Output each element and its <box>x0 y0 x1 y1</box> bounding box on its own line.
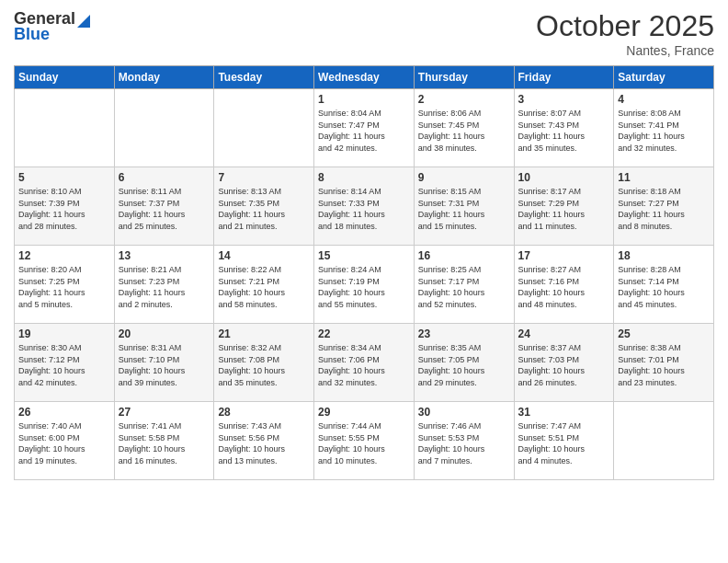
day-info: Sunrise: 8:10 AM Sunset: 7:39 PM Dayligh… <box>18 186 110 232</box>
calendar-cell: 27Sunrise: 7:41 AM Sunset: 5:58 PM Dayli… <box>114 402 214 480</box>
calendar-cell: 8Sunrise: 8:14 AM Sunset: 7:33 PM Daylig… <box>314 167 415 246</box>
calendar-cell: 19Sunrise: 8:30 AM Sunset: 7:12 PM Dayli… <box>15 324 115 402</box>
day-number: 22 <box>318 327 410 340</box>
calendar-cell <box>15 89 115 167</box>
day-info: Sunrise: 8:30 AM Sunset: 7:12 PM Dayligh… <box>18 342 110 388</box>
day-number: 4 <box>618 93 710 106</box>
calendar-cell <box>214 89 314 167</box>
calendar-cell: 22Sunrise: 8:34 AM Sunset: 7:06 PM Dayli… <box>314 324 415 402</box>
day-info: Sunrise: 8:20 AM Sunset: 7:25 PM Dayligh… <box>18 264 110 310</box>
day-number: 16 <box>418 249 510 262</box>
day-number: 9 <box>418 171 510 184</box>
day-number: 30 <box>418 406 510 419</box>
calendar-header-row: SundayMondayTuesdayWednesdayThursdayFrid… <box>15 66 714 89</box>
day-info: Sunrise: 8:31 AM Sunset: 7:10 PM Dayligh… <box>119 342 210 388</box>
day-info: Sunrise: 8:04 AM Sunset: 7:47 PM Dayligh… <box>318 108 410 154</box>
svg-marker-0 <box>77 15 90 28</box>
day-info: Sunrise: 8:08 AM Sunset: 7:41 PM Dayligh… <box>618 108 710 154</box>
calendar-cell <box>614 402 714 480</box>
calendar-cell: 30Sunrise: 7:46 AM Sunset: 5:53 PM Dayli… <box>414 402 514 480</box>
day-info: Sunrise: 8:34 AM Sunset: 7:06 PM Dayligh… <box>318 342 410 388</box>
calendar-cell: 9Sunrise: 8:15 AM Sunset: 7:31 PM Daylig… <box>414 167 514 246</box>
calendar-week-row: 19Sunrise: 8:30 AM Sunset: 7:12 PM Dayli… <box>15 324 714 402</box>
title-block: October 2025 Nantes, France <box>536 9 714 58</box>
day-info: Sunrise: 7:40 AM Sunset: 6:00 PM Dayligh… <box>18 420 110 466</box>
day-info: Sunrise: 8:11 AM Sunset: 7:37 PM Dayligh… <box>119 186 210 232</box>
page-header: General Blue October 2025 Nantes, France <box>14 9 714 58</box>
calendar-cell: 2Sunrise: 8:06 AM Sunset: 7:45 PM Daylig… <box>414 89 514 167</box>
logo-triangle-icon <box>77 13 90 28</box>
day-info: Sunrise: 7:47 AM Sunset: 5:51 PM Dayligh… <box>518 420 610 466</box>
day-info: Sunrise: 8:37 AM Sunset: 7:03 PM Dayligh… <box>518 342 610 388</box>
calendar-cell: 31Sunrise: 7:47 AM Sunset: 5:51 PM Dayli… <box>514 402 614 480</box>
calendar-cell: 7Sunrise: 8:13 AM Sunset: 7:35 PM Daylig… <box>214 167 314 246</box>
day-number: 19 <box>18 327 110 340</box>
location: Nantes, France <box>536 43 714 58</box>
day-info: Sunrise: 8:07 AM Sunset: 7:43 PM Dayligh… <box>518 108 610 154</box>
logo: General Blue <box>14 9 90 44</box>
day-number: 10 <box>518 171 610 184</box>
day-number: 18 <box>618 249 710 262</box>
calendar-cell: 1Sunrise: 8:04 AM Sunset: 7:47 PM Daylig… <box>314 89 415 167</box>
calendar-cell: 11Sunrise: 8:18 AM Sunset: 7:27 PM Dayli… <box>614 167 714 246</box>
calendar-cell: 28Sunrise: 7:43 AM Sunset: 5:56 PM Dayli… <box>214 402 314 480</box>
day-number: 6 <box>119 171 210 184</box>
day-info: Sunrise: 8:22 AM Sunset: 7:21 PM Dayligh… <box>218 264 310 310</box>
day-number: 23 <box>418 327 510 340</box>
day-number: 1 <box>318 93 410 106</box>
calendar-cell: 23Sunrise: 8:35 AM Sunset: 7:05 PM Dayli… <box>414 324 514 402</box>
day-info: Sunrise: 8:28 AM Sunset: 7:14 PM Dayligh… <box>618 264 710 310</box>
day-number: 21 <box>218 327 310 340</box>
day-info: Sunrise: 8:21 AM Sunset: 7:23 PM Dayligh… <box>119 264 210 310</box>
day-number: 20 <box>119 327 210 340</box>
calendar-cell: 18Sunrise: 8:28 AM Sunset: 7:14 PM Dayli… <box>614 246 714 324</box>
day-number: 11 <box>618 171 710 184</box>
day-info: Sunrise: 8:15 AM Sunset: 7:31 PM Dayligh… <box>418 186 510 232</box>
day-header-monday: Monday <box>114 66 214 89</box>
day-number: 12 <box>18 249 110 262</box>
day-number: 27 <box>119 406 210 419</box>
day-header-wednesday: Wednesday <box>314 66 415 89</box>
calendar-cell: 10Sunrise: 8:17 AM Sunset: 7:29 PM Dayli… <box>514 167 614 246</box>
day-info: Sunrise: 7:41 AM Sunset: 5:58 PM Dayligh… <box>119 420 210 466</box>
day-info: Sunrise: 7:43 AM Sunset: 5:56 PM Dayligh… <box>218 420 310 466</box>
calendar-cell: 29Sunrise: 7:44 AM Sunset: 5:55 PM Dayli… <box>314 402 415 480</box>
calendar-cell: 26Sunrise: 7:40 AM Sunset: 6:00 PM Dayli… <box>15 402 115 480</box>
calendar-week-row: 26Sunrise: 7:40 AM Sunset: 6:00 PM Dayli… <box>15 402 714 480</box>
calendar-cell: 5Sunrise: 8:10 AM Sunset: 7:39 PM Daylig… <box>15 167 115 246</box>
calendar-cell: 13Sunrise: 8:21 AM Sunset: 7:23 PM Dayli… <box>114 246 214 324</box>
calendar-cell: 24Sunrise: 8:37 AM Sunset: 7:03 PM Dayli… <box>514 324 614 402</box>
day-number: 17 <box>518 249 610 262</box>
calendar-table: SundayMondayTuesdayWednesdayThursdayFrid… <box>14 65 714 480</box>
day-number: 28 <box>218 406 310 419</box>
calendar-cell: 17Sunrise: 8:27 AM Sunset: 7:16 PM Dayli… <box>514 246 614 324</box>
calendar-cell: 21Sunrise: 8:32 AM Sunset: 7:08 PM Dayli… <box>214 324 314 402</box>
day-number: 2 <box>418 93 510 106</box>
day-info: Sunrise: 7:44 AM Sunset: 5:55 PM Dayligh… <box>318 420 410 466</box>
day-number: 31 <box>518 406 610 419</box>
calendar-cell <box>114 89 214 167</box>
month-title: October 2025 <box>536 9 714 43</box>
calendar-cell: 15Sunrise: 8:24 AM Sunset: 7:19 PM Dayli… <box>314 246 415 324</box>
calendar-cell: 20Sunrise: 8:31 AM Sunset: 7:10 PM Dayli… <box>114 324 214 402</box>
calendar-cell: 12Sunrise: 8:20 AM Sunset: 7:25 PM Dayli… <box>15 246 115 324</box>
calendar-cell: 4Sunrise: 8:08 AM Sunset: 7:41 PM Daylig… <box>614 89 714 167</box>
day-number: 8 <box>318 171 410 184</box>
day-info: Sunrise: 8:32 AM Sunset: 7:08 PM Dayligh… <box>218 342 310 388</box>
day-number: 13 <box>119 249 210 262</box>
day-number: 14 <box>218 249 310 262</box>
day-number: 25 <box>618 327 710 340</box>
calendar-cell: 16Sunrise: 8:25 AM Sunset: 7:17 PM Dayli… <box>414 246 514 324</box>
day-header-sunday: Sunday <box>15 66 115 89</box>
day-number: 15 <box>318 249 410 262</box>
logo-blue: Blue <box>14 25 50 44</box>
day-info: Sunrise: 8:38 AM Sunset: 7:01 PM Dayligh… <box>618 342 710 388</box>
calendar-cell: 25Sunrise: 8:38 AM Sunset: 7:01 PM Dayli… <box>614 324 714 402</box>
calendar-week-row: 1Sunrise: 8:04 AM Sunset: 7:47 PM Daylig… <box>15 89 714 167</box>
day-info: Sunrise: 8:18 AM Sunset: 7:27 PM Dayligh… <box>618 186 710 232</box>
day-header-tuesday: Tuesday <box>214 66 314 89</box>
day-number: 7 <box>218 171 310 184</box>
day-number: 5 <box>18 171 110 184</box>
day-number: 26 <box>18 406 110 419</box>
calendar-week-row: 12Sunrise: 8:20 AM Sunset: 7:25 PM Dayli… <box>15 246 714 324</box>
